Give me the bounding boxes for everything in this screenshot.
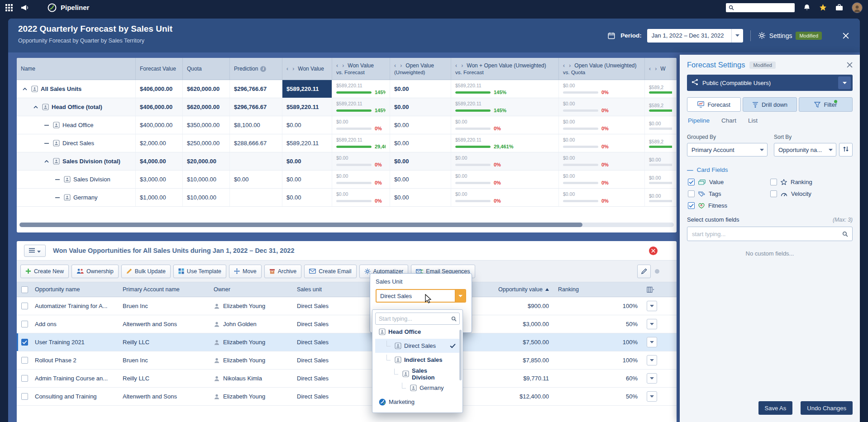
collapse-icon[interactable] — [43, 160, 50, 163]
bulk-update-button[interactable]: Bulk Update — [121, 265, 171, 278]
opportunity-row[interactable]: Consulting and Training Altenwerth and S… — [17, 388, 677, 406]
forecast-row[interactable]: All Sales Units $406,000.00 $620,000.00 … — [17, 80, 677, 98]
sales-unit-search[interactable] — [375, 313, 460, 325]
col-header-sales-unit[interactable]: Sales unit — [292, 286, 370, 293]
favorites-star-icon[interactable] — [819, 4, 827, 11]
close-report-icon[interactable] — [843, 33, 849, 39]
move-button[interactable]: Move — [229, 265, 262, 278]
subtab-list[interactable]: List — [748, 117, 758, 124]
sales-unit-option-germany[interactable]: Germany — [375, 381, 460, 395]
checkbox[interactable] — [688, 202, 695, 209]
opportunity-row[interactable]: Admin Training Course an... Reilly LLC N… — [17, 370, 677, 388]
col-header-ranking[interactable]: Ranking — [553, 286, 642, 293]
forecast-col-won-open-value-unweighted[interactable]: ‹ ›Won + Open Value (Unweighted) vs. For… — [451, 58, 559, 80]
won-value-cell[interactable]: $589,220.11 — [282, 80, 332, 98]
custom-fields-search-input[interactable] — [687, 231, 842, 237]
sales-unit-option-head-office[interactable]: Head Office — [375, 325, 460, 339]
forecast-name-cell[interactable]: All Sales Units — [17, 80, 136, 98]
edit-view-button[interactable] — [637, 265, 651, 278]
period-select[interactable]: Jan 1, 2022 – Dec 31, 2022 — [647, 29, 743, 43]
forecast-col-forecast-value[interactable]: Forecast Value — [136, 58, 183, 80]
opportunity-row[interactable]: Add ons Altenwerth and Sons John Golden … — [17, 315, 677, 333]
forecast-row[interactable]: Head Office (total) $406,000.00 $620,000… — [17, 98, 677, 116]
collapse-icon[interactable] — [21, 88, 29, 90]
won-value-cell[interactable]: $0.00 — [282, 171, 332, 188]
forecast-name-cell[interactable]: Sales Division — [17, 171, 136, 188]
sales-unit-option-direct-sales[interactable]: Direct Sales — [375, 339, 460, 353]
tab-drill-down[interactable]: Drill down — [743, 97, 796, 112]
forecast-row[interactable]: Sales Division $3,000.00 $10,000.00 $0.0… — [17, 171, 677, 189]
app-grid-icon[interactable] — [5, 4, 13, 11]
sort-direction-button[interactable] — [839, 143, 853, 156]
forecast-col-won-value[interactable]: ‹ ›Won Value — [282, 58, 332, 80]
column-resize-icons[interactable]: ‹ › — [336, 62, 345, 69]
opportunity-name-cell[interactable]: Admin Training Course an... — [30, 370, 118, 387]
opportunity-name-cell[interactable]: Consulting and Training — [30, 388, 118, 405]
row-expand-button[interactable] — [647, 319, 657, 329]
tab-forecast[interactable]: Forecast — [687, 97, 741, 112]
sales-unit-search-input[interactable] — [376, 316, 451, 322]
won-value-cell[interactable]: $0.00 — [282, 152, 332, 170]
settings-close-icon[interactable] — [847, 62, 853, 68]
column-resize-icons[interactable]: ‹ › — [394, 62, 403, 69]
forecast-name-cell[interactable]: Sales Division (total) — [17, 152, 136, 170]
card-field-fitness[interactable]: Fitness — [688, 202, 770, 209]
card-fields-collapse-icon[interactable]: — — [687, 166, 693, 173]
opportunity-name-cell[interactable]: Add ons — [30, 315, 118, 333]
won-value-cell[interactable]: $589,220.11 — [282, 98, 332, 116]
visibility-selector[interactable]: Public (Compatible Users) — [687, 75, 853, 91]
row-checkbox[interactable] — [21, 393, 28, 400]
row-expand-button[interactable] — [647, 337, 657, 347]
chevron-down-icon[interactable] — [455, 290, 465, 302]
row-expand-button[interactable] — [647, 301, 657, 311]
opportunity-name-cell[interactable]: Automatizer Training for A... — [30, 297, 118, 315]
forecast-col-w[interactable]: ‹ ›W — [645, 58, 677, 80]
row-checkbox[interactable] — [21, 357, 28, 364]
row-checkbox[interactable] — [21, 375, 28, 382]
forecast-row[interactable]: Head Office $400,000.00 $350,000.00 $8,1… — [17, 116, 677, 134]
checkbox[interactable] — [688, 190, 695, 197]
opportunity-name-cell[interactable]: Rollout Phase 2 — [30, 351, 118, 369]
checkbox[interactable] — [770, 179, 777, 185]
subtab-chart[interactable]: Chart — [721, 117, 736, 124]
card-field-value[interactable]: Value — [688, 179, 770, 185]
row-checkbox[interactable] — [21, 339, 28, 346]
notifications-bell-icon[interactable] — [803, 4, 811, 11]
row-expand-button[interactable] — [647, 391, 657, 402]
col-header-primary-account[interactable]: Primary Account name — [118, 286, 209, 293]
forecast-col-prediction[interactable]: Predictioni — [230, 58, 282, 80]
custom-fields-search[interactable] — [687, 227, 853, 241]
opportunity-row[interactable]: Rollout Phase 2 Bruen Inc Elizabeth Youn… — [17, 351, 677, 370]
opportunity-name-cell[interactable]: User Training 2021 — [30, 333, 118, 351]
forecast-name-cell[interactable]: Germany — [17, 189, 136, 206]
global-search-input[interactable] — [726, 3, 795, 12]
announcements-megaphone-icon[interactable] — [21, 5, 29, 11]
card-field-ranking[interactable]: Ranking — [770, 179, 853, 185]
won-value-cell[interactable]: $589,220.11 — [282, 134, 332, 152]
won-value-cell[interactable]: $0.00 — [282, 189, 332, 206]
save-as-button[interactable]: Save As — [758, 401, 793, 415]
scrollbar-thumb[interactable] — [19, 223, 582, 227]
forecast-row[interactable]: Sales Division (total) $4,000.00 $20,000… — [17, 152, 677, 171]
sales-unit-option-marketing[interactable]: Marketing — [375, 395, 460, 409]
forecast-row[interactable]: Germany $1,000.00 $10,000.00 $0.00 $0.00… — [17, 189, 677, 207]
forecast-name-cell[interactable]: Direct Sales — [17, 134, 136, 152]
use-template-button[interactable]: Use Template — [173, 265, 226, 278]
forecast-col-won-value[interactable]: ‹ ›Won Value vs. Forecast — [332, 58, 390, 80]
archive-button[interactable]: Archive — [264, 265, 302, 278]
forecast-col-open-value-unweighted[interactable]: ‹ ›Open Value (Unweighted) vs. Quota — [559, 58, 645, 80]
forecast-col-name[interactable]: Name — [17, 58, 136, 80]
sales-unit-option-indirect-sales[interactable]: Indirect Sales — [375, 353, 460, 367]
opportunity-row[interactable]: Automatizer Training for A... Bruen Inc … — [17, 297, 677, 315]
user-avatar[interactable] — [852, 2, 863, 13]
horizontal-scrollbar[interactable] — [19, 223, 674, 227]
chevron-down-icon[interactable] — [838, 76, 851, 89]
sort-by-select[interactable]: Opportunity na... — [774, 143, 836, 156]
column-resize-icons[interactable]: ‹ › — [455, 62, 464, 69]
forecast-name-cell[interactable]: Head Office (total) — [17, 98, 136, 116]
undo-changes-button[interactable]: Undo Changes — [801, 401, 853, 415]
info-icon[interactable]: i — [260, 66, 266, 72]
col-header-owner[interactable]: Owner — [209, 286, 292, 293]
column-resize-icons[interactable]: ‹ › — [649, 66, 658, 72]
list-menu-button[interactable] — [24, 245, 46, 257]
